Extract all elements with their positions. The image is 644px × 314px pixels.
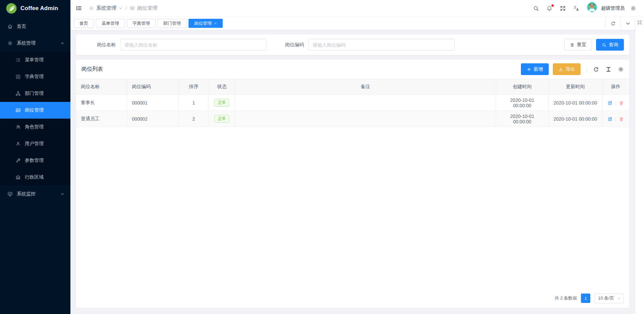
tab-label: 首页 [79, 20, 88, 26]
bell-icon [546, 5, 552, 11]
idcard-icon [15, 108, 21, 113]
topbar: 系统管理 / 岗位管理 文A超级管理员 [70, 0, 644, 17]
maximize-icon[interactable] [637, 20, 642, 25]
search-panel: 岗位名称 岗位编码 重置 [76, 35, 629, 55]
avatar[interactable] [587, 2, 597, 14]
fullscreen-icon [560, 5, 566, 11]
tabs-actions [605, 17, 635, 30]
tab-dept[interactable]: 部门管理 [158, 19, 186, 28]
sidebar-item-label: 部门管理 [25, 90, 44, 97]
refresh-tabs-button[interactable] [605, 17, 620, 30]
list-icon [15, 57, 21, 63]
fullscreen-button[interactable] [557, 3, 568, 14]
query-button[interactable]: 查询 [596, 39, 624, 51]
post-name-field: 岗位名称 [97, 39, 266, 51]
tab-label: 字典管理 [132, 20, 150, 26]
sidebar-item-dict[interactable]: 字典管理 [0, 68, 70, 85]
post-name-input[interactable] [120, 39, 266, 51]
delete-icon[interactable] [619, 101, 624, 106]
translate-button[interactable]: 文A [571, 3, 582, 14]
sidebar-item-role[interactable]: 角色管理 [0, 119, 70, 135]
refresh-icon[interactable] [593, 66, 599, 72]
sidebar-item-user[interactable]: 用户管理 [0, 135, 70, 152]
sidebar-item-label: 系统管理 [17, 40, 36, 46]
post-code-field: 岗位编码 [285, 39, 454, 51]
sidebar-item-monitor[interactable]: 系统监控 [0, 186, 70, 202]
sidebar-item-label: 用户管理 [25, 141, 44, 147]
tab-menu[interactable]: 菜单管理 [96, 19, 125, 28]
text-height-icon[interactable] [605, 66, 611, 72]
sidebar-item-dept[interactable]: 部门管理 [0, 85, 70, 102]
cell-status: 正常 [209, 111, 235, 127]
chevron-down-tabs-button[interactable] [620, 17, 635, 30]
search-button[interactable] [531, 3, 541, 14]
cell-created: 2020-10-01 00:00:00 [496, 111, 549, 127]
table-row: 董事长0000011正常2020-10-01 00:00:002020-10-0… [76, 95, 629, 111]
spring-leaf-icon [6, 3, 17, 14]
cell-remark [235, 111, 496, 127]
table-tools [593, 66, 624, 72]
page-size-select[interactable]: 10 条/页 [594, 294, 624, 303]
cell-updated: 2020-10-01 00:00:00 [548, 111, 602, 127]
chevron-up-icon [60, 41, 64, 45]
sidebar-item-label: 参数管理 [25, 158, 44, 164]
edit-icon[interactable] [607, 101, 612, 106]
column-header-sort: 排序 [178, 79, 209, 95]
toolbar-divider [587, 67, 587, 72]
tab-dict[interactable]: 字典管理 [127, 19, 156, 28]
breadcrumb-separator: / [125, 5, 127, 11]
post-code-label: 岗位编码 [285, 42, 304, 48]
submenu-system: 菜单管理字典管理部门管理岗位管理角色管理用户管理参数管理行政区域 [0, 52, 70, 186]
cell-sort: 1 [178, 95, 209, 111]
column-header-status: 状态 [209, 79, 235, 95]
sidebar-item-label: 字典管理 [25, 74, 44, 80]
reset-button-label: 重置 [577, 42, 586, 48]
refresh-icon [610, 21, 616, 26]
app-title: Coffee Admin [20, 5, 58, 12]
settings-button[interactable] [628, 3, 639, 14]
card-header: 岗位列表 新增 导出 [76, 60, 629, 79]
open-tabs: 首页菜单管理字典管理部门管理岗位管理 [74, 19, 223, 28]
sidebar-item-home[interactable]: 首页 [0, 18, 70, 35]
chevron-down-icon [119, 6, 122, 10]
home-icon [7, 24, 13, 29]
tab-home[interactable]: 首页 [74, 19, 94, 28]
tab-label: 菜单管理 [102, 20, 119, 26]
card-title: 岗位列表 [82, 66, 103, 73]
edit-icon[interactable] [607, 117, 612, 122]
roles-icon [15, 124, 21, 130]
search-buttons: 重置 查询 [564, 39, 624, 51]
post-table: 岗位名称岗位编码排序状态备注创建时间更新时间操作 董事长0000011正常202… [76, 79, 629, 127]
tab-label: 岗位管理 [194, 20, 212, 26]
sidebar-item-system[interactable]: 系统管理 [0, 35, 70, 52]
tab-post[interactable]: 岗位管理 [189, 19, 223, 28]
collapse-sidebar-icon[interactable] [76, 5, 82, 11]
export-button[interactable]: 导出 [553, 63, 581, 75]
column-header-code: 岗位编码 [127, 79, 178, 95]
post-code-input[interactable] [308, 39, 454, 51]
download-icon [558, 67, 563, 72]
page-1-button[interactable]: 1 [581, 294, 590, 303]
sidebar-item-region[interactable]: 行政区域 [0, 169, 70, 186]
cell-code: 000001 [127, 95, 178, 111]
cell-created: 2020-10-01 00:00:00 [496, 95, 549, 111]
reset-button[interactable]: 重置 [564, 39, 592, 51]
add-button[interactable]: 新增 [521, 63, 549, 75]
pagination: 共 2 条数据 1 10 条/页 [76, 289, 629, 308]
app-logo[interactable]: Coffee Admin [0, 0, 70, 17]
org-icon [15, 91, 21, 96]
breadcrumb-section[interactable]: 系统管理 [96, 5, 116, 11]
bell-button[interactable] [544, 3, 555, 14]
sidebar-item-label: 行政区域 [25, 174, 44, 180]
svg-text:A: A [576, 8, 579, 11]
sidebar-item-menu[interactable]: 菜单管理 [0, 52, 70, 68]
column-header-created: 创建时间 [496, 79, 549, 95]
sidebar-item-param[interactable]: 参数管理 [0, 152, 70, 169]
sidebar-item-post[interactable]: 岗位管理 [0, 102, 70, 119]
cell-ops [602, 111, 629, 127]
sidebar-item-label: 系统监控 [17, 191, 36, 197]
gear-icon[interactable] [618, 66, 624, 72]
close-icon[interactable] [214, 22, 217, 25]
delete-icon[interactable] [619, 117, 624, 122]
breadcrumb-current: 岗位管理 [137, 5, 157, 11]
